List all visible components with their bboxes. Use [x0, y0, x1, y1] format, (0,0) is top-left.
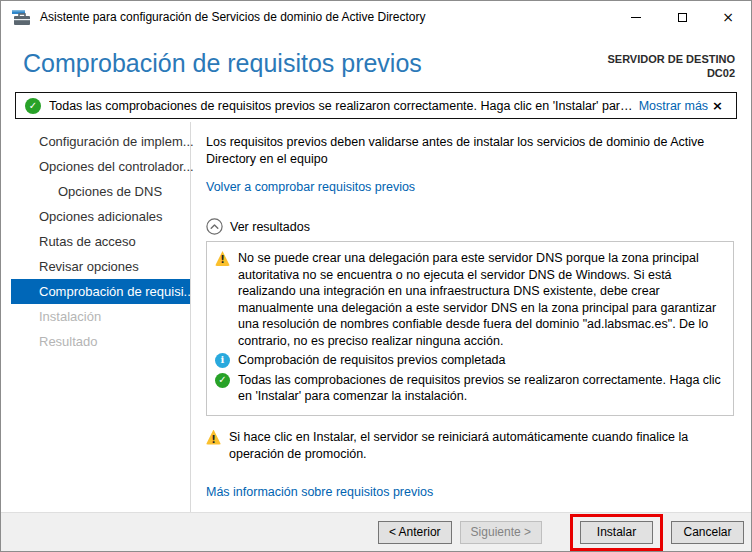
- result-text: Todas las comprobaciones de requisitos p…: [238, 372, 724, 405]
- server-manager-icon: [12, 9, 32, 26]
- sidebar-step-item[interactable]: Opciones del controlador...: [11, 154, 190, 179]
- sidebar-step-item: Instalación: [11, 304, 190, 329]
- result-text: Comprobación de requisitos previos compl…: [238, 352, 724, 369]
- target-server-name: DC02: [607, 66, 735, 80]
- sidebar-step-item: Resultado: [11, 329, 190, 354]
- wizard-footer: < Anterior Siguiente > Instalar Cancelar: [1, 512, 751, 551]
- success-check-icon: [25, 98, 41, 114]
- recheck-prerequisites-link[interactable]: Volver a comprobar requisitos previos: [206, 180, 415, 194]
- result-text: No se puede crear una delegación para es…: [238, 250, 724, 349]
- next-button: Siguiente >: [460, 521, 542, 544]
- sidebar-step-item[interactable]: Comprobación de requisi...: [11, 279, 190, 304]
- banner-close-button[interactable]: ×: [708, 98, 727, 113]
- show-more-link[interactable]: Mostrar más: [639, 99, 708, 113]
- wizard-body: Configuración de implem... Opciones del …: [1, 122, 751, 512]
- sidebar-step-item[interactable]: Opciones adicionales: [11, 204, 190, 229]
- sidebar-step-item[interactable]: Rutas de acceso: [11, 229, 190, 254]
- previous-button[interactable]: < Anterior: [378, 521, 452, 544]
- view-results-label: Ver resultados: [230, 220, 310, 234]
- minimize-button[interactable]: [613, 1, 659, 33]
- intro-text: Los requisitos previos deben validarse a…: [206, 134, 734, 168]
- notification-banner: Todas las comprobaciones de requisitos p…: [15, 92, 737, 119]
- window-title: Asistente para configuración de Servicio…: [40, 10, 426, 24]
- warning-triangle-icon: [206, 430, 221, 445]
- page-content: Los requisitos previos deben validarse a…: [191, 122, 751, 512]
- wizard-window: Asistente para configuración de Servicio…: [0, 0, 752, 552]
- chevron-up-circle-icon: [206, 218, 223, 235]
- red-highlight-annotation: Instalar: [570, 514, 663, 551]
- close-icon: ×: [712, 98, 723, 113]
- sidebar-step-item[interactable]: Configuración de implem...: [11, 129, 190, 154]
- more-info-link[interactable]: Más información sobre requisitos previos: [206, 485, 433, 499]
- page-header: Comprobación de requisitos previos SERVI…: [1, 33, 751, 86]
- window-controls: ×: [613, 1, 751, 33]
- sidebar-step-item[interactable]: Revisar opciones: [11, 254, 190, 279]
- success-check-icon: [215, 373, 230, 388]
- cancel-button[interactable]: Cancelar: [671, 521, 744, 544]
- view-results-toggle[interactable]: Ver resultados: [206, 218, 734, 235]
- maximize-button[interactable]: [659, 1, 705, 33]
- reboot-warning-text: Si hace clic en Instalar, el servidor se…: [229, 429, 734, 463]
- info-icon: [215, 353, 230, 368]
- wizard-steps-sidebar: Configuración de implem... Opciones del …: [1, 122, 191, 512]
- target-server-label: SERVIDOR DE DESTINO: [607, 52, 735, 66]
- reboot-warning: Si hace clic en Instalar, el servidor se…: [206, 429, 734, 463]
- result-item: Todas las comprobaciones de requisitos p…: [215, 372, 724, 405]
- banner-message: Todas las comprobaciones de requisitos p…: [49, 99, 634, 113]
- maximize-icon: [678, 13, 687, 22]
- results-box: No se puede crear una delegación para es…: [206, 241, 734, 416]
- result-item: No se puede crear una delegación para es…: [215, 250, 724, 349]
- result-item: Comprobación de requisitos previos compl…: [215, 352, 724, 369]
- minimize-icon: [631, 17, 641, 18]
- sidebar-step-item[interactable]: Opciones de DNS: [11, 179, 190, 204]
- target-server-block: SERVIDOR DE DESTINO DC02: [607, 49, 735, 80]
- warning-triangle-icon: [215, 251, 230, 266]
- title-bar: Asistente para configuración de Servicio…: [1, 1, 751, 33]
- close-icon: ×: [722, 10, 734, 24]
- close-button[interactable]: ×: [705, 1, 751, 33]
- install-button[interactable]: Instalar: [580, 521, 653, 544]
- page-title: Comprobación de requisitos previos: [23, 49, 422, 78]
